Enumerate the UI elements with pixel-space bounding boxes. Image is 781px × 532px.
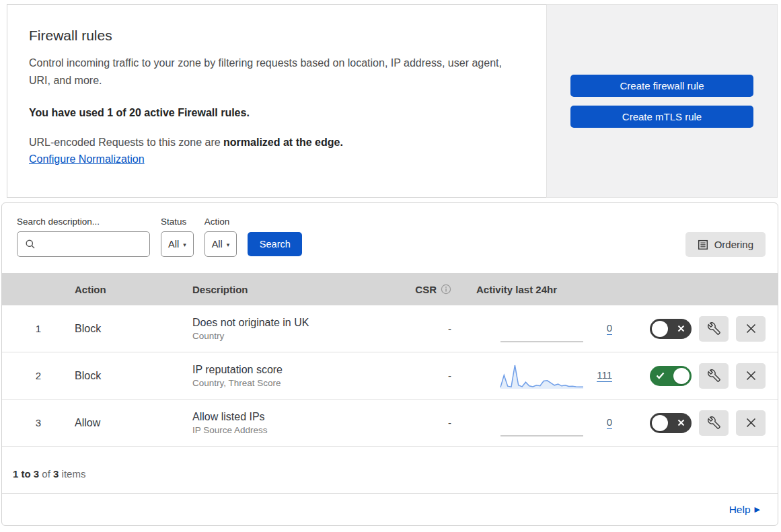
column-header-description: Description	[192, 284, 379, 295]
ordering-button[interactable]: Ordering	[685, 232, 766, 257]
toggle-knob	[652, 321, 668, 337]
wrench-icon	[708, 416, 720, 429]
toggle-knob	[673, 368, 690, 384]
chevron-down-icon: ▾	[227, 240, 230, 248]
column-header-csr: CSR	[379, 284, 459, 295]
rule-enabled-toggle[interactable]	[650, 413, 692, 433]
search-input[interactable]	[41, 239, 149, 250]
rule-controls	[618, 410, 778, 436]
rule-match-fields: Country, Threat Score	[192, 378, 379, 388]
filters-bar: Search description... Status All ▾ Actio…	[2, 203, 778, 273]
rule-action: Block	[75, 370, 192, 382]
info-icon[interactable]	[441, 284, 451, 295]
create-firewall-rule-button[interactable]: Create firewall rule	[570, 75, 753, 97]
help-link[interactable]: Help ▶	[729, 504, 760, 516]
page-description: Control incoming traffic to your zone by…	[29, 54, 513, 89]
action-select[interactable]: All ▾	[204, 231, 237, 257]
check-icon	[656, 372, 665, 379]
table-header: Action Description CSR Activity last 24h…	[2, 273, 778, 305]
rule-enabled-toggle[interactable]	[650, 319, 692, 339]
rule-csr-value: -	[379, 370, 459, 381]
search-icon	[25, 239, 36, 250]
status-label: Status	[161, 217, 194, 227]
activity-count-link[interactable]: 0	[607, 416, 612, 429]
page-title: Firewall rules	[29, 28, 519, 44]
pagination-total: 3	[53, 468, 59, 480]
action-filter: Action All ▾	[204, 217, 237, 257]
rule-priority: 2	[2, 370, 75, 381]
activity-sparkline	[500, 362, 584, 390]
ordering-button-label: Ordering	[714, 239, 753, 250]
ordering-list-icon	[698, 239, 708, 250]
close-icon	[746, 418, 756, 428]
rule-activity-cell: 111	[459, 352, 618, 399]
rule-description-cell: IP reputation score Country, Threat Scor…	[192, 364, 379, 388]
help-bar: Help ▶	[2, 493, 778, 525]
rule-action: Allow	[75, 417, 192, 429]
close-icon	[746, 324, 756, 334]
pagination-items: items	[62, 468, 86, 480]
rule-description: Does not originate in UK	[192, 317, 379, 329]
wrench-icon	[708, 322, 720, 335]
header-section: Firewall rules Control incoming traffic …	[7, 4, 778, 198]
search-input-container[interactable]	[17, 231, 150, 257]
x-icon	[677, 419, 685, 426]
rule-description-cell: Allow listed IPs IP Source Address	[192, 411, 379, 435]
rule-description: IP reputation score	[192, 364, 379, 376]
rule-activity-cell: 0	[459, 305, 618, 352]
delete-rule-button[interactable]	[736, 363, 766, 389]
delete-rule-button[interactable]	[736, 316, 766, 342]
pagination-of: of	[42, 468, 50, 480]
rule-description-cell: Does not originate in UK Country	[192, 317, 379, 341]
toggle-knob	[652, 415, 668, 431]
column-header-activity: Activity last 24hr	[459, 284, 618, 295]
rule-activity-cell: 0	[459, 400, 618, 446]
search-filter: Search description...	[17, 217, 150, 257]
rule-description: Allow listed IPs	[192, 411, 379, 423]
firewall-rules-list-card: Search description... Status All ▾ Actio…	[1, 202, 778, 526]
rule-csr-value: -	[379, 417, 459, 428]
rule-controls	[618, 363, 778, 389]
rule-priority: 3	[2, 417, 75, 428]
column-header-action: Action	[75, 284, 192, 295]
normalization-text: URL-encoded Requests to this zone are no…	[29, 137, 519, 149]
activity-count-link[interactable]: 0	[607, 322, 612, 335]
table-row: 1 Block Does not originate in UK Country…	[2, 305, 778, 352]
table-row: 2 Block IP reputation score Country, Thr…	[2, 352, 778, 400]
rule-match-fields: Country	[192, 331, 379, 341]
normalization-bold: normalized at the edge.	[223, 137, 343, 148]
activity-sparkline	[500, 409, 584, 437]
activity-count-link[interactable]: 111	[597, 369, 612, 382]
configure-normalization-link[interactable]: Configure Normalization	[29, 153, 145, 165]
status-selected-value: All	[168, 239, 179, 250]
rule-match-fields: IP Source Address	[192, 425, 379, 435]
chevron-down-icon: ▾	[183, 240, 186, 248]
close-icon	[746, 371, 756, 381]
rules-usage-text: You have used 1 of 20 active Firewall ru…	[29, 107, 519, 119]
normalization-prefix: URL-encoded Requests to this zone are	[29, 137, 223, 148]
wrench-icon	[708, 369, 720, 382]
action-selected-value: All	[212, 239, 223, 250]
actions-panel: Create firewall rule Create mTLS rule	[546, 4, 778, 198]
firewall-rules-intro-card: Firewall rules Control incoming traffic …	[7, 4, 547, 198]
table-row: 3 Allow Allow listed IPs IP Source Addre…	[2, 400, 778, 447]
help-label: Help	[729, 504, 751, 516]
pagination-summary: 1 to 3 of 3 items	[2, 447, 778, 493]
rule-csr-value: -	[379, 323, 459, 334]
rule-priority: 1	[2, 323, 75, 334]
pagination-range: 1 to 3	[13, 468, 39, 480]
edit-rule-button[interactable]	[699, 363, 729, 389]
create-mtls-rule-button[interactable]: Create mTLS rule	[570, 106, 753, 128]
status-select[interactable]: All ▾	[161, 231, 194, 257]
rule-enabled-toggle[interactable]	[650, 366, 692, 386]
csr-header-label: CSR	[415, 284, 437, 295]
action-label: Action	[204, 217, 237, 227]
search-label: Search description...	[17, 217, 150, 227]
search-button[interactable]: Search	[248, 232, 302, 256]
edit-rule-button[interactable]	[699, 410, 729, 436]
edit-rule-button[interactable]	[699, 316, 729, 342]
x-icon	[677, 325, 685, 332]
rule-controls	[618, 316, 778, 342]
status-filter: Status All ▾	[161, 217, 194, 257]
delete-rule-button[interactable]	[736, 410, 766, 436]
